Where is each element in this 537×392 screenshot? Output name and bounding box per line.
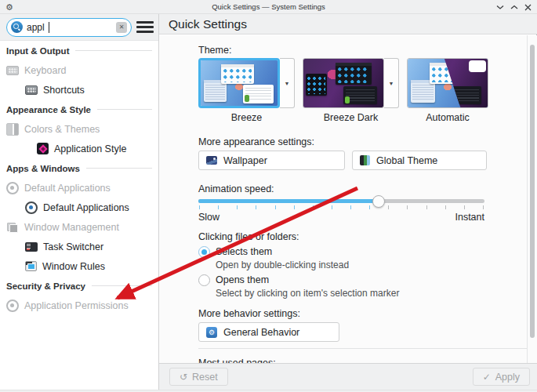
application-style-icon <box>37 143 49 154</box>
keyboard-icon <box>25 85 38 95</box>
close-button[interactable] <box>524 3 532 12</box>
clicking-label: Clicking files or folders: <box>198 231 537 242</box>
apply-button[interactable]: ✓ Apply <box>473 368 530 386</box>
category-appearance-style: Appearance & Style <box>0 100 158 119</box>
theme-option-breeze[interactable]: ▼ Breeze <box>198 58 295 123</box>
theme-label: Theme: <box>198 45 537 56</box>
page-title: Quick Settings <box>159 14 537 34</box>
sidebar-toolbar: appl ✕ <box>0 14 158 41</box>
appearance-settings-label: More appearance settings: <box>198 136 537 147</box>
sidebar-item-task-switcher[interactable]: Task Switcher <box>0 237 158 256</box>
system-settings-window: ⚙ Quick Settings — System Settings appl … <box>0 0 537 392</box>
sidebar-item-window-management[interactable]: Window Management <box>0 217 158 237</box>
sidebar-item-application-permissions[interactable]: Application Permissions <box>0 296 158 315</box>
theme-option-breeze-dark[interactable]: ▼ Breeze Dark <box>303 58 399 123</box>
general-behavior-icon: ⚙ <box>206 327 217 338</box>
default-applications-icon <box>25 201 38 214</box>
slider-max-label: Instant <box>455 212 484 223</box>
theme-option-automatic[interactable]: Automatic <box>407 58 488 123</box>
radio-option-opens-them[interactable]: Opens them <box>198 274 537 286</box>
slider-ticks <box>199 205 484 209</box>
undo-icon: ↺ <box>180 372 187 383</box>
sidebar-item-default-applications[interactable]: Default Applications <box>0 198 158 217</box>
sidebar: Input & Output Keyboard Shortcuts Appear… <box>0 41 158 390</box>
window-title: Quick Settings — System Settings <box>0 2 537 11</box>
slider-handle[interactable] <box>372 195 385 208</box>
theme-name: Automatic <box>407 112 488 123</box>
theme-preview-breeze[interactable] <box>198 58 280 108</box>
category-apps-windows: Apps & Windows <box>0 158 158 178</box>
auto-theme-badge <box>469 60 486 72</box>
radio-button-selected[interactable] <box>198 246 210 258</box>
search-input[interactable]: appl ✕ <box>6 18 132 37</box>
radio-description: Select by clicking on item's selection m… <box>216 288 537 299</box>
theme-name: Breeze Dark <box>303 112 399 123</box>
behavior-settings-label: More behavior settings: <box>198 308 537 319</box>
search-icon <box>11 21 23 33</box>
radio-button-unselected[interactable] <box>198 274 210 286</box>
app-gear-icon: ⚙ <box>5 2 13 13</box>
clear-search-icon[interactable]: ✕ <box>116 22 127 33</box>
scrollbar-gutter <box>527 35 528 363</box>
section-divider <box>198 348 528 349</box>
window-management-icon <box>6 221 19 234</box>
theme-selector: ▼ Breeze ▼ Breeze Dark <box>198 58 537 123</box>
task-switcher-icon <box>25 242 38 252</box>
chevron-down-icon: ▼ <box>285 81 290 86</box>
vertical-scrollbar[interactable] <box>530 45 535 338</box>
sidebar-item-window-rules[interactable]: Window Rules <box>0 256 158 276</box>
radio-description: Open by double-clicking instead <box>216 260 537 270</box>
search-value: appl <box>27 22 45 33</box>
sidebar-item-default-applications-parent[interactable]: Default Applications <box>0 178 158 198</box>
wallpaper-button[interactable]: Wallpaper <box>198 151 345 170</box>
wallpaper-icon <box>206 156 217 165</box>
hamburger-menu-icon[interactable] <box>136 20 154 34</box>
default-applications-icon <box>6 182 19 194</box>
slider-min-label: Slow <box>198 212 220 223</box>
global-theme-button[interactable]: Global Theme <box>352 151 487 170</box>
theme-name: Breeze <box>198 112 295 123</box>
sidebar-item-colors-themes[interactable]: Colors & Themes <box>0 119 158 139</box>
minimize-button[interactable] <box>495 3 504 12</box>
text-cursor <box>49 22 49 33</box>
keyboard-icon <box>6 66 19 75</box>
category-security-privacy: Security & Privacy <box>0 276 158 296</box>
maximize-button[interactable] <box>510 3 518 12</box>
most-used-pages-label: Most used pages: <box>198 358 537 363</box>
theme-preview-breeze-dark[interactable] <box>303 58 384 108</box>
window-rules-icon <box>25 261 37 271</box>
sidebar-item-shortcuts[interactable]: Shortcuts <box>0 80 158 100</box>
animation-speed-slider[interactable] <box>198 197 484 209</box>
radio-option-selects-them[interactable]: Selects them <box>198 245 537 258</box>
application-permissions-icon <box>6 299 19 312</box>
theme-preview-automatic[interactable] <box>407 58 488 108</box>
sidebar-item-keyboard[interactable]: Keyboard <box>0 60 158 80</box>
general-behavior-button[interactable]: ⚙ General Behavior <box>198 322 339 342</box>
check-icon: ✓ <box>483 372 491 383</box>
global-theme-icon <box>360 155 370 165</box>
sidebar-item-application-style[interactable]: Application Style <box>0 139 158 158</box>
footer-bar: ↺ Reset ✓ Apply <box>159 363 537 390</box>
slider-track[interactable] <box>198 199 484 203</box>
theme-breeze-dropdown[interactable]: ▼ <box>280 58 295 108</box>
reset-button[interactable]: ↺ Reset <box>169 368 228 386</box>
chevron-down-icon: ▼ <box>389 81 394 86</box>
animation-speed-label: Animation speed: <box>198 183 537 194</box>
titlebar[interactable]: ⚙ Quick Settings — System Settings <box>0 0 537 14</box>
main-content: Theme: ▼ Breeze <box>159 35 537 363</box>
theme-breeze-dark-dropdown[interactable]: ▼ <box>384 58 399 108</box>
category-input-output: Input & Output <box>0 41 158 60</box>
colors-themes-icon <box>6 123 19 136</box>
